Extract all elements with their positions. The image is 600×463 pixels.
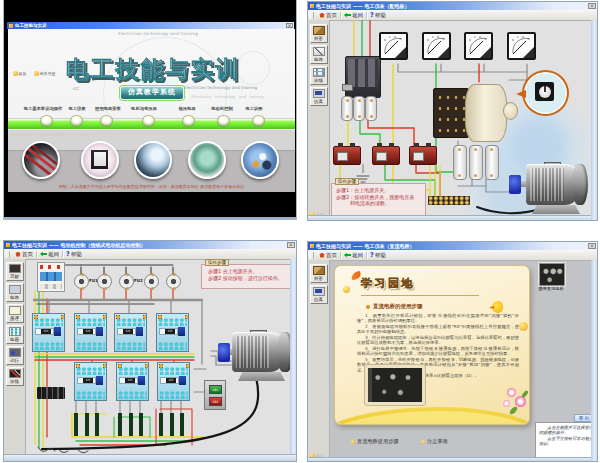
stop-button[interactable]: SB2 (209, 397, 222, 406)
back-button[interactable]: 返回 (37, 250, 62, 259)
help-button[interactable]: ?帮助 (367, 11, 389, 20)
help-button[interactable]: ?帮助 (63, 250, 85, 259)
app-icon (9, 24, 13, 28)
analog-meter-2 (422, 32, 451, 60)
panel3-close-button[interactable]: × (287, 242, 295, 248)
cc-caption: -CC (72, 86, 79, 91)
home-button[interactable]: 首页 (316, 251, 340, 260)
help-icon: ? (66, 251, 70, 258)
sidebar-equipment-button[interactable]: 器材 (6, 262, 24, 281)
sidebar-circuit-button[interactable]: 电路 (310, 45, 328, 64)
menu-button-2[interactable] (70, 115, 83, 126)
menu-item-motors-transformers[interactable]: 电机与变压器 (129, 106, 159, 113)
product-image-components[interactable] (241, 141, 279, 179)
panel1-bottom-edge (4, 217, 296, 219)
menu-button-1[interactable] (40, 115, 53, 126)
menu-button-7[interactable] (252, 115, 265, 126)
panel4-titlebar: 电工技能与实训 —— 电工仪表（直流电桥） × (308, 242, 597, 250)
menu-item-drawings[interactable]: 电工识图 (242, 106, 266, 113)
product-image-tools[interactable] (22, 141, 60, 179)
resistor-bank-2 (115, 413, 147, 436)
home-button[interactable]: 首页 (12, 250, 36, 259)
contactor: KM (32, 313, 65, 352)
dc-bridge-thumbnail[interactable] (539, 263, 565, 286)
menu-button-6[interactable] (217, 115, 230, 126)
product-image-device[interactable] (134, 141, 172, 179)
entertainment-link[interactable]: 娱乐 (13, 71, 27, 76)
english-caption-3: Electrician technology and training (191, 94, 277, 99)
menu-item-instruments[interactable]: 电工仪表 (65, 106, 89, 113)
toolbar-grip (310, 252, 314, 259)
menu-item-lowvoltage[interactable]: 低压电器 (175, 106, 199, 113)
back-button[interactable]: 返回 (341, 251, 366, 260)
heading-underline (361, 295, 479, 296)
sidebar-appearance-button[interactable]: 外形 (310, 24, 328, 43)
computer-icon (313, 287, 325, 296)
equipment-icon (9, 264, 21, 273)
wiring-diagram-icon (313, 68, 325, 77)
steps-header: 操作步骤 (205, 259, 229, 266)
app-icon (310, 4, 314, 8)
panel2-right-strip (591, 20, 597, 220)
current-transformer-1 (333, 146, 361, 165)
app-icon (6, 243, 10, 247)
panel3-right-strip (290, 259, 296, 454)
sidebar-wiring-button[interactable]: 接线 (310, 66, 328, 85)
sidebar-run-button[interactable]: 运行 (6, 346, 24, 365)
sidebar-simulation-button[interactable]: 仿真 (310, 285, 328, 304)
home-icon (319, 13, 325, 18)
menu-button-5[interactable] (182, 115, 195, 126)
panel1-close-button[interactable]: × (286, 23, 293, 28)
sidebar-panel-button[interactable]: 电箱 (6, 325, 24, 344)
knife-switch[interactable] (345, 56, 381, 98)
menu-item-basics[interactable]: 电工基本常识与操作 (21, 106, 65, 113)
fuse (469, 145, 483, 180)
bottom-link-notes[interactable]: 注意事项 (421, 438, 448, 445)
motor-fins (530, 168, 564, 201)
menu-item-lighting[interactable]: 照明电路安装 (93, 106, 123, 113)
product-image-motor[interactable] (188, 141, 226, 179)
sidebar-circuit-button[interactable]: 电路 (6, 283, 24, 302)
section-bullet (366, 305, 370, 309)
menu-item-motor-control[interactable]: 电动机控制 (209, 106, 235, 113)
help-button[interactable]: ?帮助 (367, 251, 389, 260)
menu-button-4[interactable] (142, 115, 155, 126)
start-button[interactable]: SB1 (209, 385, 222, 394)
contactor: KM (74, 362, 107, 401)
analog-meter-1 (379, 32, 408, 60)
motor-base (532, 205, 580, 214)
sidebar-principle-button[interactable]: 原理 (6, 304, 24, 323)
product-image-meter[interactable] (81, 141, 119, 179)
dc-bridge-image (368, 368, 422, 402)
analog-meter-4 (507, 32, 536, 60)
panel2-close-button[interactable]: × (588, 3, 596, 9)
wires-icon (9, 369, 21, 378)
switch-knob-closeup[interactable] (535, 82, 554, 101)
rotary-switch-tip (503, 102, 518, 120)
sidebar-simulation-button[interactable]: 仿真 (310, 87, 328, 106)
button-station: SB1 SB2 (204, 380, 226, 410)
back-icon (344, 13, 351, 18)
circuit-breaker[interactable] (37, 262, 65, 292)
round-fuse-1 (74, 274, 89, 289)
panel4-close-button[interactable]: × (588, 243, 596, 249)
sidebar-wiring-button[interactable]: 接线 (6, 367, 24, 386)
flower-decoration (503, 400, 510, 407)
panel1-window-title: 电工技能与实训 (15, 22, 47, 29)
rotary-switch-body[interactable] (465, 84, 507, 142)
sidebar-appearance-button[interactable]: 外形 (310, 264, 328, 283)
menu-button-3[interactable] (100, 115, 113, 126)
terminal-busbar (37, 387, 65, 399)
current-transformer-3 (409, 146, 437, 165)
home-icon (319, 253, 325, 258)
back-button[interactable]: 返回 (341, 11, 366, 20)
round-fuse-3 (119, 274, 134, 289)
panel2-sidebar: 外形 电路 接线 仿真 娱乐 (308, 20, 330, 220)
home-button[interactable]: 首页 (316, 11, 340, 20)
panel3-sidebar: 器材 电路 原理 电箱 运行 接线 娱乐 (4, 259, 26, 461)
current-transformer-2 (372, 146, 400, 165)
related-info-icon (34, 71, 39, 76)
bottom-link-steps[interactable]: 直流电桥使用步骤 (351, 438, 399, 445)
entertainment-icon (13, 71, 18, 76)
panel3-steps-box: 操作步骤 步骤1 合上电源开关。 步骤2 按动按钮，进行运行操作。 (201, 264, 296, 289)
